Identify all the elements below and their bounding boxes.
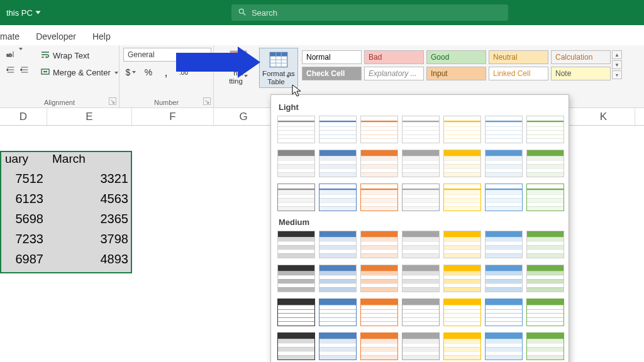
number-dialog-launcher[interactable]: ↘ [203, 97, 211, 105]
table-style-swatch[interactable] [443, 184, 481, 211]
header-col2[interactable]: March [47, 151, 132, 168]
col-header-D[interactable]: D [0, 108, 47, 125]
comma-button[interactable]: , [158, 65, 174, 79]
table-style-swatch[interactable] [443, 231, 481, 258]
table-style-swatch[interactable] [485, 116, 523, 143]
table-style-swatch[interactable] [526, 299, 564, 326]
table-style-swatch[interactable] [443, 116, 481, 143]
table-row[interactable]: 72333798 [0, 229, 132, 249]
col-header-F[interactable]: F [132, 108, 214, 125]
cell-styles-scroller[interactable]: ▲ ▼ ▾ [612, 50, 622, 80]
table-style-swatch[interactable] [526, 231, 564, 258]
table-style-swatch[interactable] [485, 299, 523, 326]
title-bar: this PC Search [0, 0, 644, 25]
table-style-swatch[interactable] [402, 265, 440, 292]
table-style-swatch[interactable] [485, 265, 523, 292]
table-style-swatch[interactable] [277, 332, 315, 360]
more-styles-icon[interactable]: ▾ [612, 70, 622, 79]
style-linked-cell[interactable]: Linked Cell [489, 67, 548, 80]
table-style-swatch[interactable] [526, 150, 564, 177]
table-style-swatch[interactable] [360, 231, 398, 258]
table-style-swatch[interactable] [485, 150, 523, 177]
orientation-button[interactable]: ab [4, 48, 18, 62]
style-normal[interactable]: Normal [302, 50, 362, 64]
table-style-swatch[interactable] [443, 150, 481, 177]
table-style-swatch[interactable] [526, 265, 564, 292]
merge-center-button[interactable]: Merge & Center [36, 65, 122, 80]
style-calculation[interactable]: Calculation [551, 50, 611, 64]
table-style-swatch[interactable] [319, 265, 357, 292]
table-row[interactable]: 69874893 [0, 249, 132, 269]
table-style-swatch[interactable] [443, 265, 481, 292]
style-check-cell[interactable]: Check Cell [302, 67, 362, 80]
table-style-swatch[interactable] [485, 332, 523, 360]
table-style-swatch[interactable] [277, 265, 315, 292]
table-style-swatch[interactable] [402, 332, 440, 360]
format-as-table-gallery[interactable]: Light Medium [270, 94, 569, 362]
table-style-swatch[interactable] [402, 184, 440, 211]
table-row[interactable]: 61234563 [0, 189, 132, 209]
tab-partial-mate[interactable]: mate [0, 31, 19, 45]
increase-indent-button[interactable] [18, 63, 31, 77]
table-style-swatch[interactable] [485, 231, 523, 258]
number-format-dropdown[interactable]: General [123, 48, 211, 62]
wrap-text-button[interactable]: Wrap Text [36, 48, 122, 63]
table-style-swatch[interactable] [402, 150, 440, 177]
table-style-swatch[interactable] [360, 332, 398, 360]
col-header-E[interactable]: E [47, 108, 132, 125]
table-style-swatch[interactable] [360, 184, 398, 211]
table-style-swatch[interactable] [277, 184, 315, 211]
table-style-swatch[interactable] [360, 299, 398, 326]
table-style-swatch[interactable] [526, 332, 564, 360]
conditional-formatting-button[interactable]: nal tting [219, 48, 258, 87]
increase-decimal-button[interactable]: .00 [176, 65, 191, 79]
style-input[interactable]: Input [426, 67, 486, 80]
table-style-swatch[interactable] [277, 116, 315, 143]
chevron-down-icon[interactable] [19, 48, 23, 50]
format-as-table-button[interactable]: Format as Table [259, 48, 298, 88]
table-style-swatch[interactable] [319, 231, 357, 258]
table-style-swatch[interactable] [360, 265, 398, 292]
table-style-swatch[interactable] [277, 231, 315, 258]
table-style-swatch[interactable] [360, 150, 398, 177]
table-style-swatch[interactable] [360, 116, 398, 143]
style-bad[interactable]: Bad [364, 50, 424, 64]
table-style-swatch[interactable] [319, 184, 357, 211]
decrease-indent-button[interactable] [4, 63, 18, 77]
search-placeholder: Search [252, 8, 277, 18]
table-style-swatch[interactable] [526, 116, 564, 143]
table-style-swatch[interactable] [485, 184, 523, 211]
table-style-swatch[interactable] [402, 116, 440, 143]
table-row[interactable]: 75123321 [0, 168, 132, 189]
table-style-swatch[interactable] [319, 150, 357, 177]
table-style-swatch[interactable] [443, 299, 481, 326]
style-note[interactable]: Note [551, 67, 611, 80]
table-style-swatch[interactable] [319, 299, 357, 326]
tab-help[interactable]: Help [92, 31, 111, 45]
col-header-K[interactable]: K [572, 108, 635, 125]
tab-developer[interactable]: Developer [36, 31, 76, 45]
table-style-swatch[interactable] [277, 299, 315, 326]
chevron-down-icon[interactable] [35, 11, 40, 14]
table-style-swatch[interactable] [526, 184, 564, 211]
col-header-G[interactable]: G [214, 108, 274, 125]
table-row[interactable]: 56982365 [0, 209, 132, 229]
style-good[interactable]: Good [426, 50, 486, 64]
table-style-swatch[interactable] [319, 116, 357, 143]
style-neutral[interactable]: Neutral [489, 50, 548, 64]
table-style-swatch[interactable] [277, 150, 315, 177]
table-style-swatch[interactable] [443, 332, 481, 360]
alignment-dialog-launcher[interactable]: ↘ [109, 97, 116, 105]
table-style-swatch[interactable] [319, 332, 357, 360]
chevron-down-icon[interactable] [114, 72, 118, 74]
format-as-table-icon [268, 50, 289, 70]
table-style-swatch[interactable] [402, 299, 440, 326]
style-explanatory[interactable]: Explanatory ... [364, 67, 424, 80]
scroll-down-icon[interactable]: ▼ [612, 60, 622, 69]
percent-button[interactable]: % [141, 65, 156, 79]
header-col1[interactable]: uary [0, 151, 47, 168]
search-box[interactable]: Search [231, 4, 508, 21]
scroll-up-icon[interactable]: ▲ [612, 50, 622, 59]
table-style-swatch[interactable] [402, 231, 440, 258]
currency-button[interactable]: $ [123, 65, 138, 79]
